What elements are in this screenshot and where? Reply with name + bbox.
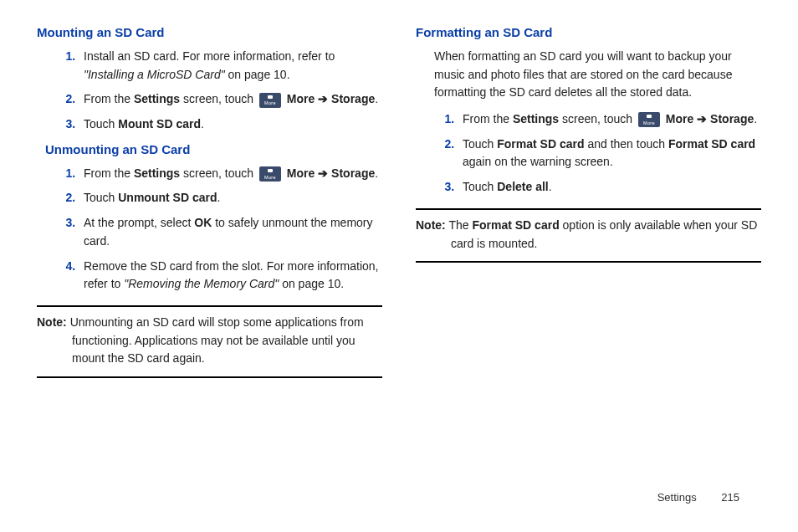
format-intro: When formatting an SD card you will want…	[434, 48, 761, 102]
text: .	[201, 117, 204, 130]
bold: More	[662, 112, 697, 125]
bold: Storage	[331, 92, 375, 105]
bold: Format SD card	[497, 137, 584, 151]
note-body: Unmounting an SD card will stop some app…	[67, 315, 364, 365]
right-column: Formatting an SD Card When formatting an…	[416, 25, 761, 390]
text: Touch	[84, 117, 118, 130]
mounting-steps: Install an SD card. For more information…	[37, 48, 382, 134]
unmounting-steps: From the Settings screen, touch More ➔ S…	[37, 165, 382, 294]
bold: Mount SD card	[118, 117, 201, 130]
page-footer: Settings 215	[657, 491, 739, 504]
text: Touch	[463, 180, 497, 193]
formatting-steps: From the Settings screen, touch More ➔ S…	[416, 110, 761, 197]
bold: Storage	[331, 166, 375, 180]
heading-formatting: Formatting an SD Card	[416, 25, 761, 39]
text: screen, touch	[180, 92, 257, 105]
heading-unmounting: Unmounting an SD Card	[45, 142, 382, 156]
arrow-icon: ➔	[697, 112, 707, 125]
note-label: Note:	[37, 315, 67, 329]
text: At the prompt, select	[84, 216, 194, 229]
text: .	[375, 166, 378, 180]
unmount-step-4: Remove the SD card from the slot. For mo…	[79, 258, 382, 294]
left-column: Mounting an SD Card Install an SD card. …	[37, 25, 382, 390]
bold: More	[284, 166, 318, 180]
note-format: Note: The Format SD card option is only …	[416, 208, 761, 263]
text: again on the warning screen.	[463, 155, 613, 168]
text: The	[446, 218, 473, 232]
text: Touch	[463, 137, 497, 151]
footer-page-number: 215	[721, 491, 739, 504]
heading-mounting: Mounting an SD Card	[37, 25, 382, 39]
text: Touch	[84, 191, 118, 204]
bold: Settings	[513, 112, 559, 125]
text: screen, touch	[559, 112, 636, 125]
unmount-step-2: Touch Unmount SD card.	[79, 189, 382, 207]
unmount-step-1: From the Settings screen, touch More ➔ S…	[79, 165, 382, 183]
bold: Unmount SD card	[118, 191, 217, 204]
note-label: Note:	[416, 218, 446, 232]
text: .	[754, 112, 757, 125]
text: Install an SD card. For more information…	[84, 49, 335, 63]
format-step-3: Touch Delete all.	[458, 178, 761, 197]
bold: Settings	[134, 92, 180, 105]
text: screen, touch	[180, 166, 257, 180]
footer-section: Settings	[657, 491, 697, 504]
mount-step-1: Install an SD card. For more information…	[79, 48, 382, 84]
note-unmount: Note: Unmounting an SD card will stop so…	[37, 305, 382, 378]
format-step-2: Touch Format SD card and then touch Form…	[458, 136, 761, 171]
text: From the	[463, 112, 513, 125]
bold: OK	[194, 216, 212, 229]
bold: Format SD card	[472, 218, 559, 232]
format-step-1: From the Settings screen, touch More ➔ S…	[458, 110, 761, 129]
ref-italic: "Removing the Memory Card"	[124, 277, 279, 290]
mount-step-2: From the Settings screen, touch More ➔ S…	[79, 90, 382, 109]
bold: Settings	[134, 166, 180, 180]
more-icon	[259, 166, 281, 182]
more-icon	[638, 112, 660, 127]
ref-italic: "Installing a MicroSD Card"	[84, 68, 225, 81]
text: on page 10.	[279, 277, 344, 290]
text: .	[375, 92, 378, 105]
more-icon	[259, 93, 281, 108]
text: .	[217, 191, 220, 204]
text: .	[549, 180, 552, 193]
unmount-step-3: At the prompt, select OK to safely unmou…	[79, 214, 382, 250]
bold: Delete all	[497, 180, 548, 193]
text: and then touch	[585, 137, 668, 151]
arrow-icon: ➔	[318, 166, 328, 180]
text: From the	[84, 166, 134, 180]
bold: Format SD card	[668, 137, 755, 151]
text: From the	[84, 92, 134, 105]
arrow-icon: ➔	[318, 92, 328, 105]
bold: More	[284, 92, 318, 105]
mount-step-3: Touch Mount SD card.	[79, 115, 382, 134]
text: on page 10.	[225, 68, 290, 81]
bold: Storage	[710, 112, 754, 125]
